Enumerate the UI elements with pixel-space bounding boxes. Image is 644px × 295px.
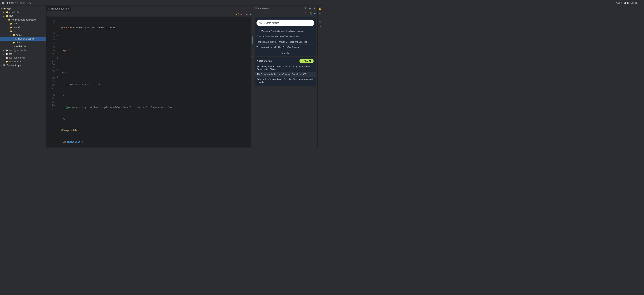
- home-screen-mock: 🔍 Search Articles ⋮ The Wonderful Archit…: [254, 17, 316, 56]
- sidebar-label: home: [16, 34, 22, 36]
- sidebar-label: Gradle Scripts: [7, 64, 21, 67]
- sidebar-label: java: [9, 15, 13, 17]
- sidebar-item-gradle[interactable]: ▸ 🐘 Gradle Scripts: [0, 64, 46, 67]
- folder-icon: 📁: [12, 41, 15, 44]
- arrow-icon: ▾: [8, 30, 10, 32]
- hand-icon[interactable]: 🖐: [318, 7, 322, 10]
- warning-count: 5: [238, 13, 239, 15]
- sidebar-label: res (generated): [9, 57, 25, 59]
- sidebar-item-model[interactable]: ▸ 📁 model: [0, 26, 46, 29]
- grid-preview-icon[interactable]: ⊞: [309, 7, 311, 10]
- sidebar-item-homescreen-kt[interactable]: K HomeScreen.kt: [0, 37, 46, 41]
- collapse-icon[interactable]: ∨: [250, 13, 251, 16]
- search-bar-left: 🔍 Search Articles: [259, 22, 279, 25]
- article-item-2[interactable]: Timeless Architecture, Through Decades a…: [256, 39, 314, 45]
- folder-icon: 📁: [5, 11, 8, 14]
- play-all-button[interactable]: ▶ Play All: [300, 59, 314, 63]
- arrow-icon: ▸: [3, 11, 5, 13]
- sidebar-item-manifests[interactable]: ▸ 📁 manifests: [0, 10, 46, 14]
- sidebar-label: theme: [16, 41, 22, 44]
- list-icon[interactable]: ≡: [23, 1, 24, 4]
- zoom-out-icon[interactable]: −: [319, 16, 320, 19]
- search-more-icon[interactable]: ⋮: [308, 21, 311, 25]
- audio-item-2[interactable]: Episode 11 - Science Based Tools For Sle…: [257, 77, 314, 85]
- article-item-1[interactable]: Creating Butterflies With New Transparen…: [256, 34, 314, 39]
- sidebar-item-ui[interactable]: ▾ 📁 ui: [0, 29, 46, 33]
- refresh-icon[interactable]: ↻: [305, 7, 308, 10]
- code-line-8: * @param posts (List<Post>) placeholder …: [61, 106, 249, 110]
- sidebar-item-mainactivity[interactable]: A MainActivity: [0, 45, 46, 48]
- sidebar-label: MainActivity: [14, 45, 26, 48]
- error-badge: ▲ 1: [241, 13, 244, 15]
- tab-close-button[interactable]: ×: [68, 8, 69, 10]
- preview-action-toolbar: ↻ 📱 ◈: [253, 11, 318, 16]
- sidebar-item-ui-packages[interactable]: ▸ 📁 ui-packages: [0, 60, 46, 64]
- homescreen-tab[interactable]: K HomeScreen.kt ×: [46, 6, 71, 11]
- code-line-9: */: [61, 117, 249, 121]
- frame-icon[interactable]: ⊡: [319, 25, 321, 28]
- code-line-10: @Composable: [61, 129, 249, 132]
- code-line-4: [61, 60, 249, 64]
- code-line-6: * Displays the Home screen: [61, 83, 249, 87]
- more-button[interactable]: MORE: [254, 50, 316, 56]
- audio-stories-title: Audio Stories: [257, 60, 272, 62]
- audio-title: The Stories and Adventures That We Carry…: [257, 73, 306, 75]
- minus-icon[interactable]: −: [33, 1, 34, 4]
- android-icon: 🤖: [2, 1, 4, 4]
- audio-item-0[interactable]: Wondering Hour: A Childhood Story, Grizz…: [257, 64, 314, 72]
- preview-header-icons: ↻ ⊞ ⚙: [305, 7, 315, 10]
- article-title: The New Method to Making Breakfast Crepe…: [256, 46, 299, 48]
- device-icon[interactable]: 📱: [309, 12, 312, 15]
- settings-icon[interactable]: ⚙: [29, 1, 32, 4]
- layout-icon[interactable]: ⊟: [26, 1, 28, 4]
- sidebar-item-home[interactable]: ▾ 📁 home: [0, 33, 46, 37]
- sidebar-label: ui: [14, 30, 16, 33]
- code-line-5: /**: [61, 72, 249, 75]
- refresh-action-icon[interactable]: ↻: [305, 12, 308, 15]
- fold-indicators: ┐ ┐ ┐ ┐: [56, 17, 59, 148]
- search-bar-preview[interactable]: 🔍 Search Articles ⋮: [256, 20, 314, 26]
- side-action-panel: 🖐 + − 1:1 ⊡: [318, 6, 322, 148]
- arrow-icon: ▾: [5, 19, 8, 21]
- code-editor[interactable]: 1 2 3 4 5 6 7 8 9 10 11 12 13 14 15 16 1: [46, 17, 253, 148]
- sidebar-item-app[interactable]: ▾ 📁 app: [0, 7, 46, 10]
- sidebar-item-package[interactable]: ▾ 📦 com.example.hellonews: [0, 18, 46, 22]
- article-title: Timeless Architecture, Through Decades a…: [256, 41, 307, 43]
- zoom-in-icon[interactable]: +: [319, 12, 320, 15]
- audio-title: Wondering Hour: A Childhood Story, Grizz…: [257, 65, 310, 70]
- dropdown-arrow-icon[interactable]: ▾: [14, 2, 16, 4]
- code-line-7: *: [61, 94, 249, 98]
- audio-list: Wondering Hour: A Childhood Story, Grizz…: [254, 64, 316, 86]
- folder-icon: 📁: [5, 60, 8, 63]
- preview-title: Home screen: [255, 7, 269, 10]
- sidebar-label: data: [14, 22, 18, 25]
- tab-name: HomeScreen.kt: [51, 8, 67, 10]
- audio-item-1[interactable]: The Stories and Adventures That We Carry…: [254, 72, 316, 77]
- code-content-area[interactable]: package com.example.hellonews.ui.home im…: [59, 17, 251, 148]
- arrow-icon: ▾: [3, 15, 5, 17]
- grid-icon[interactable]: ⊞: [20, 1, 22, 4]
- arrow-icon: ▸: [10, 42, 12, 44]
- arrow-icon: ▸: [3, 57, 5, 59]
- sidebar-item-theme[interactable]: ▸ 📁 theme: [0, 41, 46, 45]
- top-toolbar: 🤖 Android ▾ ⊞ ≡ ⊟ ⚙ − Code Split Design …: [0, 0, 322, 6]
- java-icon: ☕: [5, 49, 8, 52]
- arrow-icon: ▸: [1, 65, 3, 67]
- platform-label: Android: [6, 2, 14, 4]
- article-item-3[interactable]: The New Method to Making Breakfast Crepe…: [256, 45, 314, 50]
- folder-open-icon: 📁: [3, 7, 6, 10]
- article-item-0[interactable]: The Wonderful Architectures of This Wint…: [256, 29, 314, 34]
- sidebar-item-java[interactable]: ▾ 📁 java: [0, 14, 46, 18]
- sidebar-item-data[interactable]: ▸ 📁 data: [0, 22, 46, 26]
- folder-open-icon: 📁: [5, 15, 8, 18]
- arrow-icon: ▸: [3, 61, 5, 63]
- sidebar-item-java-generated[interactable]: ▸ ☕ java (generated): [0, 48, 46, 52]
- audio-stories-section: Audio Stories ▶ Play All Wondering Hour:…: [254, 57, 316, 86]
- sidebar-label: ui-packages: [9, 60, 22, 63]
- vertical-scrollbar[interactable]: [251, 17, 253, 148]
- sidebar-item-res-generated[interactable]: ▸ 📋 res (generated): [0, 56, 46, 60]
- layers-icon[interactable]: ◈: [314, 12, 316, 15]
- settings-preview-icon[interactable]: ⚙: [313, 7, 315, 10]
- expand-icon[interactable]: ∧: [246, 13, 248, 16]
- sidebar-item-res[interactable]: ▸ 📋 res: [0, 52, 46, 56]
